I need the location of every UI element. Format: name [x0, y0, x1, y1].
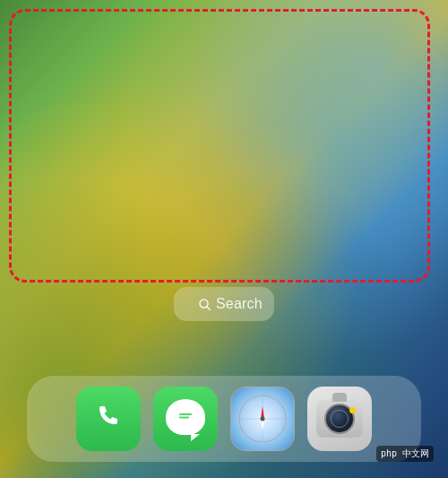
svg-line-1 [207, 307, 211, 310]
search-icon [199, 299, 211, 310]
watermark-badge: php 中文网 [376, 446, 434, 462]
search-bar[interactable]: Search [174, 287, 274, 321]
search-label: Search [216, 296, 263, 312]
svg-point-9 [261, 417, 265, 422]
dock-item-messages[interactable] [153, 387, 218, 451]
dock-item-camera[interactable] [307, 387, 372, 451]
dock-item-safari[interactable] [230, 387, 295, 451]
search-bar-container: Search [174, 287, 274, 321]
dock-item-phone[interactable] [76, 387, 141, 451]
dock [27, 376, 421, 462]
